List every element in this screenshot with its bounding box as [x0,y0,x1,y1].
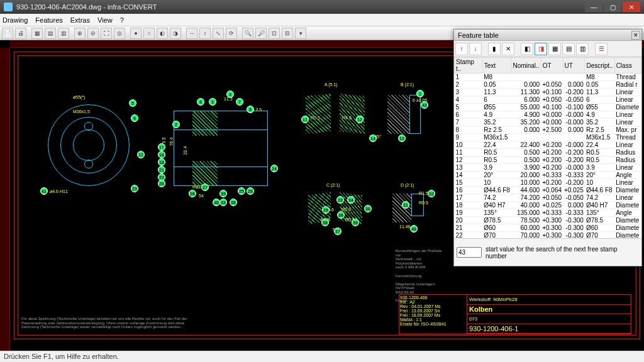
panel-tool-del[interactable]: ▮ [488,43,501,55]
toolbar-zoomall[interactable]: ⊡ [269,28,280,39]
stamp-balloon[interactable]: 11 [301,116,309,123]
stamp-balloon[interactable]: 4 [226,90,234,98]
stamp-balloon[interactable]: 31 [402,201,409,209]
toolbar-stamp-add[interactable]: ● [130,28,142,39]
stamp-balloon[interactable]: 36 [230,199,237,206]
stamp-balloon[interactable]: 21 [158,166,165,173]
toolbar-refresh[interactable]: ⟳ [226,28,237,39]
menu-features[interactable]: Features [35,16,62,24]
stamp-balloon[interactable]: 36 [337,211,345,219]
toolbar-more[interactable]: ▾ [295,28,306,39]
menu-extras[interactable]: Extras [70,16,90,24]
table-row[interactable]: 21Ø6060.000+0.300-0.300Ø60Diamete [455,224,641,232]
table-row[interactable]: 1022.422.400+0.200-0.00022.4Linear [455,141,641,149]
stamp-balloon[interactable]: 41 [40,187,48,195]
panel-tool-up[interactable]: ↑ [455,43,468,55]
menu-drawing[interactable]: Drawing [3,16,28,24]
menu-help[interactable]: ? [120,16,124,24]
stamp-balloon[interactable]: 2 [172,121,180,128]
stamp-balloon[interactable]: 32 [428,190,435,197]
panel-tool-cols[interactable]: ▥ [576,43,589,55]
stamp-balloon[interactable]: 16 [158,151,165,158]
minimize-button[interactable]: — [585,2,602,12]
column-header[interactable]: Text [482,58,511,74]
stamp-balloon[interactable]: 3 [209,98,216,106]
table-row[interactable]: 133.93.900+0.200-0.0003.9Linear [455,164,641,172]
toolbar-stamp-rm[interactable]: ○ [143,28,155,39]
toolbar-measure1[interactable]: ↔ [186,28,197,39]
table-row[interactable]: 1420°20.000+0.333-0.33320°Angle [455,172,641,179]
stamp-balloon[interactable]: 12 [356,116,364,123]
table-row[interactable]: 22Ø7070.000+0.300-0.300Ø70Diamete [455,232,641,239]
panel-tool-down[interactable]: ↓ [469,43,482,55]
table-row[interactable]: 1774.274.200+0.050-0.05074.2Linear [455,194,641,202]
table-row[interactable]: 5Ø5555.000+0.100-0.100Ø55Diamete [455,104,641,111]
table-row[interactable]: 11R0.50.500+0.200-0.200R0.5Radius [455,149,641,156]
column-header[interactable]: Class [614,58,641,74]
stamp-balloon[interactable]: 8 [247,106,254,113]
stamp-balloon[interactable]: 1 [416,90,424,97]
stamp-balloon[interactable]: 33 [336,196,344,204]
toolbar-zoomout[interactable]: ⊖ [87,28,99,39]
stamp-balloon[interactable]: 40 [213,199,220,206]
stamp-balloon[interactable]: 39 [352,219,359,226]
stamp-balloon[interactable]: 42 [421,101,428,109]
stamp-balloon[interactable]: 23 [131,185,138,192]
stamp-balloon[interactable]: 7 [236,98,243,106]
toolbar-zoomin[interactable]: ⊕ [74,28,86,39]
table-row[interactable]: 64.94.900+0.000-0.0004.9Linear [455,111,641,119]
toolbar-new[interactable]: 📄 [2,28,13,39]
stamp-balloon[interactable]: 27 [201,184,209,191]
feature-table-grid[interactable]: Stamp t..TextNominal..OTUTDescript..Clas… [454,57,641,238]
toolbar-zoomfit[interactable]: ⛶ [101,28,112,39]
toolbar-zoom1[interactable]: 🔍 [242,28,253,39]
toolbar-zoomlayer[interactable]: ◎ [114,28,125,39]
column-header[interactable]: UT [563,58,585,74]
table-row[interactable]: 311.311.300+0.100-0.20011.3Linear [455,89,641,96]
toolbar-measure2[interactable]: ↕ [199,28,211,39]
stamp-balloon[interactable]: 33 [219,199,227,206]
table-row[interactable]: 735.235.200+0.000-0.00035.2Linear [455,119,641,126]
table-row[interactable]: 19135°135.000+0.333-0.333135°Angle [455,209,641,217]
stamp-balloon[interactable]: 30 [364,205,372,212]
maximize-button[interactable]: ▢ [604,2,621,12]
table-row[interactable]: 12R0.50.500+0.200-0.200R0.5Radius [455,156,641,164]
toolbar-window1[interactable]: ▦ [31,28,43,39]
table-row[interactable]: 18Ø40 H740.000+0.0250.000Ø40 H7Diamete [455,202,641,209]
stamp-balloon[interactable]: 24 [270,165,278,172]
toolbar-window3[interactable]: ▥ [58,28,69,39]
feature-table-titlebar[interactable]: Feature table ✕ [454,30,641,41]
feature-table-close[interactable]: ✕ [631,31,640,40]
stamp-balloon[interactable]: 12 [137,151,145,158]
stamp-balloon[interactable]: 38 [321,219,329,226]
stamp-balloon[interactable]: 18 [158,158,165,166]
table-row[interactable]: 20Ø78.578.500+0.300-0.300Ø78.5Diamete [455,217,641,224]
stamp-start-input[interactable] [457,247,482,258]
stamp-balloon[interactable]: 14 [369,134,377,142]
panel-tool-filt2[interactable]: ◨ [535,43,547,55]
table-row[interactable]: 9M36x1.5M36x1.5Thread [455,134,641,141]
stamp-balloon[interactable]: 13 [398,134,406,142]
toolbar-measure3[interactable]: ⤡ [213,28,224,39]
toolbar-stamp-hide[interactable]: ◑ [170,28,181,39]
stamp-balloon[interactable]: 5 [129,99,136,107]
stamp-balloon[interactable]: 40 [410,225,418,233]
menu-view[interactable]: View [97,16,113,24]
column-header[interactable]: Nominal.. [511,58,541,74]
table-row[interactable]: 20.050.000+0.0500.0000.05Radial r [455,81,641,89]
table-row[interactable]: 16Ø44.6 F844.600+0.064+0.025Ø44.6 F8Diam… [455,187,641,194]
stamp-balloon[interactable]: 9 [131,114,138,122]
stamp-balloon[interactable]: 20 [158,180,165,187]
stamp-balloon[interactable]: 26 [189,190,196,197]
table-row[interactable]: 8Rz 2.50.000+2.5000.000Rz 2.5Max. pr [455,126,641,134]
toolbar-open[interactable]: 🖨 [15,28,26,39]
stamp-balloon[interactable]: 25 [238,187,245,195]
column-header[interactable]: Descript.. [585,58,614,74]
table-row[interactable]: 466.000+0.050-0.0506Linear [455,96,641,104]
stamp-balloon[interactable]: 17 [158,143,165,151]
stamp-balloon[interactable]: 6 [197,98,204,106]
toolbar-window2[interactable]: ▤ [45,28,56,39]
column-header[interactable]: OT [541,58,563,74]
panel-tool-filt4[interactable]: ▤ [562,43,575,55]
toolbar-zoom2[interactable]: 🔎 [255,28,267,39]
